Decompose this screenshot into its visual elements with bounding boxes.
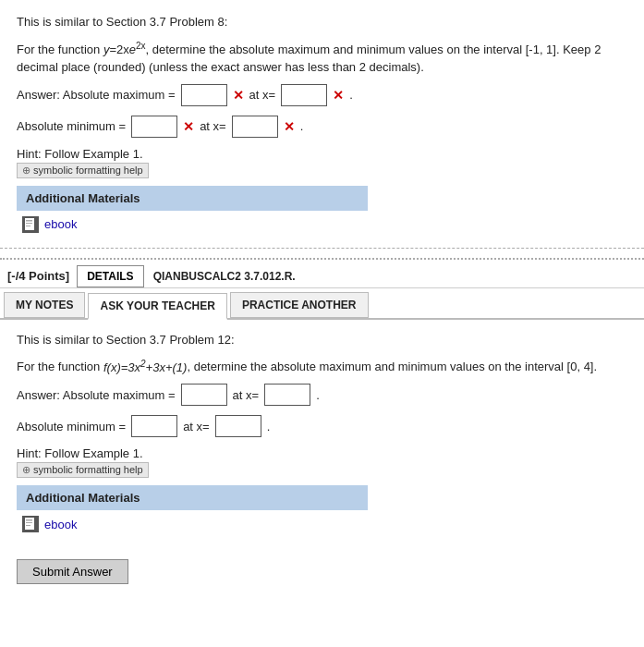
abs-min-x-input-2[interactable] xyxy=(215,415,261,437)
period-4: . xyxy=(267,420,271,433)
abs-min-input-2[interactable] xyxy=(131,415,177,437)
abs-min-input-1[interactable] xyxy=(131,116,177,138)
svg-rect-1 xyxy=(25,218,34,230)
points-label: [-/4 Points] xyxy=(4,265,77,287)
details-button[interactable]: DETAILS xyxy=(77,265,143,287)
ebook-icon-1 xyxy=(22,216,39,233)
abs-max-row-2: Answer: Absolute maximum = at x= . xyxy=(17,384,627,406)
period-2: . xyxy=(300,119,304,133)
similar-text-1: This is similar to Section 3.7 Problem 8… xyxy=(17,13,627,31)
problem-desc-rest-2: , determine the absolute maximum and min… xyxy=(187,360,597,374)
additional-materials-label-1: Additional Materials xyxy=(26,191,140,205)
period-1: . xyxy=(349,88,353,102)
ebook-link-2[interactable]: ebook xyxy=(44,518,77,531)
svg-rect-2 xyxy=(26,220,32,222)
section-2-header: [-/4 Points] DETAILS QIANBUSCALC2 3.7.01… xyxy=(0,260,644,288)
abs-max-x-input-2[interactable] xyxy=(264,384,310,406)
additional-materials-box-2: Additional Materials xyxy=(17,485,368,510)
abs-min-label-1: Absolute minimum = xyxy=(17,119,126,133)
abs-min-row-1: Absolute minimum = ✕ at x= ✕ . xyxy=(17,116,627,138)
abs-min-label-2: Absolute minimum = xyxy=(17,420,126,433)
ebook-row-2: ebook xyxy=(17,510,627,536)
abs-max-input-2[interactable] xyxy=(181,384,227,406)
tab-bar: MY NOTES ASK YOUR TEACHER PRACTICE ANOTH… xyxy=(0,288,644,320)
ebook-icon-2 xyxy=(22,516,39,532)
x-mark-1: ✕ xyxy=(233,88,244,103)
svg-rect-6 xyxy=(25,518,34,530)
ebook-row-1: ebook xyxy=(17,211,627,237)
at-x-label-1b: at x= xyxy=(200,119,226,133)
svg-rect-8 xyxy=(26,522,32,523)
exponent-1: 2x xyxy=(136,41,146,51)
x-mark-2: ✕ xyxy=(333,88,344,103)
submit-answer-button[interactable]: Submit Answer xyxy=(17,559,128,584)
e-notation: e xyxy=(129,43,136,56)
symbolic-formatting-link-2[interactable]: symbolic formatting help xyxy=(17,462,149,478)
tab-my-notes[interactable]: MY NOTES xyxy=(4,292,85,318)
section-1: This is similar to Section 3.7 Problem 8… xyxy=(0,0,644,249)
hint-text-2: Hint: Follow Example 1. xyxy=(17,446,143,460)
similar-text-2: This is similar to Section 3.7 Problem 1… xyxy=(17,331,627,349)
tab-practice-another[interactable]: PRACTICE ANOTHER xyxy=(230,292,369,318)
abs-min-row-2: Absolute minimum = at x= . xyxy=(17,415,627,437)
function-notation-1: y xyxy=(103,43,110,56)
at-x-label-1a: at x= xyxy=(249,88,276,102)
x-mark-4: ✕ xyxy=(284,119,295,134)
x-mark-3: ✕ xyxy=(183,119,194,134)
abs-max-x-input-1[interactable] xyxy=(281,84,327,106)
section-code: QIANBUSCALC2 3.7.012.R. xyxy=(148,266,301,287)
hint-row-2: Hint: Follow Example 1. symbolic formatt… xyxy=(17,446,627,478)
additional-materials-label-2: Additional Materials xyxy=(26,491,140,505)
abs-max-label-1: Answer: Absolute maximum = xyxy=(17,88,176,102)
problem-intro-2: For the function xyxy=(17,360,100,374)
abs-max-input-1[interactable] xyxy=(181,84,227,106)
function-notation-2: f(x)=3x2+3x+(1) xyxy=(103,360,187,374)
symbolic-formatting-link-1[interactable]: symbolic formatting help xyxy=(17,163,149,178)
problem-description-1: For the function y=2xe2x, determine the … xyxy=(17,39,627,77)
hint-row-1: Hint: Follow Example 1. symbolic formatt… xyxy=(17,147,627,178)
hint-text-1: Hint: Follow Example 1. xyxy=(17,147,143,161)
tab-ask-your-teacher[interactable]: ASK YOUR TEACHER xyxy=(88,293,226,320)
svg-rect-4 xyxy=(26,226,30,226)
additional-materials-box-1: Additional Materials xyxy=(17,186,368,211)
svg-rect-3 xyxy=(26,223,32,224)
abs-max-row-1: Answer: Absolute maximum = ✕ at x= ✕ . xyxy=(17,84,627,106)
section-2-content: This is similar to Section 3.7 Problem 1… xyxy=(0,320,644,595)
period-3: . xyxy=(316,388,320,402)
abs-min-x-input-1[interactable] xyxy=(232,116,278,138)
at-x-label-2b: at x= xyxy=(183,420,210,433)
problem-description-2: For the function f(x)=3x2+3x+(1), determ… xyxy=(17,356,627,376)
abs-max-label-2: Answer: Absolute maximum = xyxy=(17,388,176,402)
svg-rect-7 xyxy=(26,519,32,521)
at-x-label-2a: at x= xyxy=(233,388,260,402)
svg-rect-9 xyxy=(26,525,30,526)
ebook-link-1[interactable]: ebook xyxy=(44,217,77,231)
